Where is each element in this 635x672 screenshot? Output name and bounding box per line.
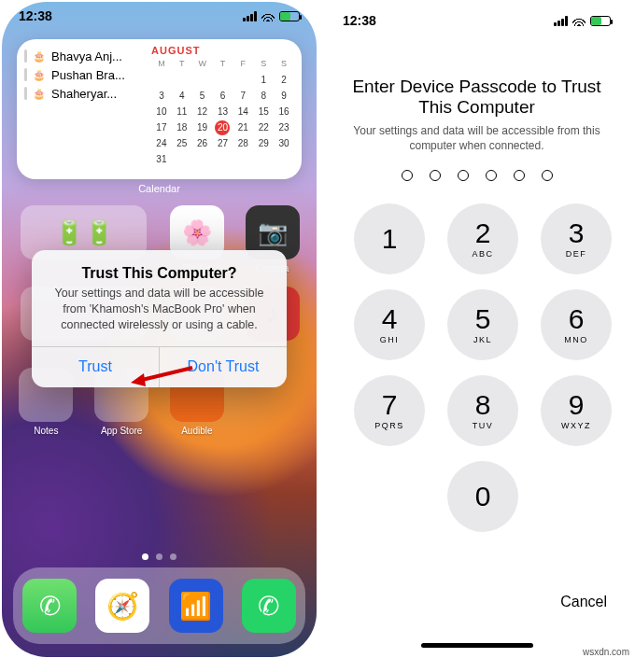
dock-phone-app[interactable]: ✆ [22, 579, 77, 633]
keypad-key-2[interactable]: 2ABC [447, 203, 518, 274]
keypad-key-3[interactable]: 3DEF [541, 203, 612, 274]
status-bar: 12:38 [320, 2, 633, 39]
keypad-key-9[interactable]: 9WXYZ [541, 375, 612, 446]
keypad-key-5[interactable]: 5JKL [447, 289, 518, 360]
page-indicator[interactable] [2, 553, 317, 560]
birthday-list: 🎂Bhavya Anj... 🎂Pushan Bra... 🎂Shaheryar… [17, 39, 148, 179]
signal-icon [554, 16, 568, 26]
dock-whatsapp-app[interactable]: ✆ [242, 579, 296, 633]
dock: ✆ 🧭 📶 ✆ [13, 567, 305, 644]
status-time: 12:38 [19, 8, 52, 23]
alert-title: Trust This Computer? [47, 265, 272, 282]
widget-label: Calendar [2, 183, 317, 194]
wifi-icon [261, 11, 275, 21]
cake-icon: 🎂 [33, 88, 46, 100]
home-indicator[interactable] [421, 643, 533, 648]
battery-icon [590, 16, 611, 26]
status-bar: 12:38 [2, 2, 317, 30]
wifi-icon [572, 16, 586, 26]
cake-icon: 🎂 [33, 50, 46, 63]
status-icons [243, 11, 300, 21]
keypad-key-6[interactable]: 6MNO [541, 289, 612, 360]
dont-trust-button[interactable]: Don't Trust [160, 347, 287, 387]
dock-safari-app[interactable]: 🧭 [95, 579, 149, 633]
watermark: wsxdn.com [583, 647, 629, 657]
status-icons [554, 16, 611, 26]
status-time: 12:38 [343, 13, 376, 28]
battery-icon [279, 11, 300, 21]
calendar-month: AUGUST [151, 45, 294, 56]
passcode-subtitle: Your settings and data will be accessibl… [320, 123, 633, 153]
passcode-title: Enter Device Passcode to Trust This Comp… [320, 39, 633, 123]
keypad-key-7[interactable]: 7PQRS [354, 375, 425, 446]
birthday-item: 🎂Pushan Bra... [24, 65, 142, 84]
numeric-keypad: 12ABC3DEF4GHI5JKL6MNO7PQRS8TUV9WXYZ0 [320, 203, 633, 532]
keypad-key-4[interactable]: 4GHI [354, 289, 425, 360]
phone-right-passcode: 12:38 Enter Device Passcode to Trust Thi… [320, 2, 633, 657]
calendar-widget[interactable]: 🎂Bhavya Anj... 🎂Pushan Bra... 🎂Shaheryar… [17, 39, 302, 179]
keypad-key-1[interactable]: 1 [354, 203, 425, 274]
cake-icon: 🎂 [33, 69, 46, 81]
screenshot-container: 12:38 🎂Bhavya Anj... 🎂Pushan Bra... 🎂Sha… [0, 0, 635, 659]
birthday-item: 🎂Bhavya Anj... [24, 47, 142, 65]
cancel-button[interactable]: Cancel [560, 594, 607, 610]
birthday-item: 🎂Shaheryar... [24, 84, 142, 103]
passcode-dots [320, 170, 633, 181]
phone-left-home: 12:38 🎂Bhavya Anj... 🎂Pushan Bra... 🎂Sha… [2, 2, 317, 657]
keypad-key-8[interactable]: 8TUV [447, 375, 518, 446]
calendar-grid: AUGUST MTWTFSS 1234567891011121314151617… [148, 39, 302, 179]
dock-podcasts-app[interactable]: 📶 [169, 579, 223, 633]
alert-message: Your settings and data will be accessibl… [47, 286, 272, 333]
trust-alert: Trust This Computer? Your settings and d… [32, 250, 287, 387]
signal-icon [243, 11, 257, 21]
trust-button[interactable]: Trust [32, 347, 160, 387]
keypad-key-0[interactable]: 0 [447, 461, 518, 532]
